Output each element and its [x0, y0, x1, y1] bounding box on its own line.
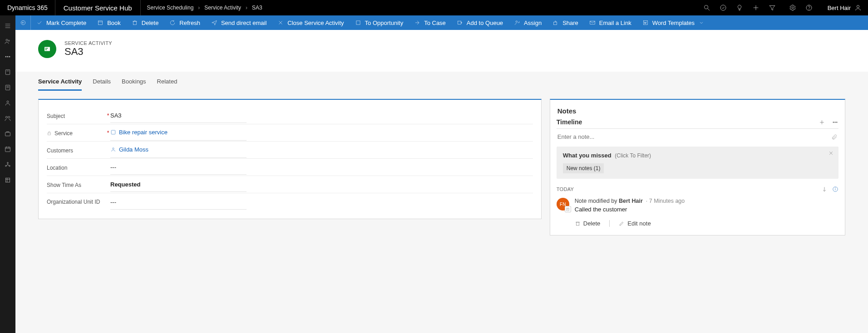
add-to-queue-button[interactable]: Add to Queue — [451, 15, 508, 30]
tabs: Service Activity Details Bookings Relate… — [38, 72, 845, 91]
user-menu[interactable]: Bert Hair — [821, 4, 868, 11]
field-label: Show Time As — [47, 182, 81, 188]
person-icon — [854, 4, 862, 11]
close-service-activity-button[interactable]: Close Service Activity — [272, 15, 349, 30]
timeline-note[interactable]: FN Note modified by Bert Hair · 7 Minute… — [557, 198, 838, 213]
chevron-right-icon: › — [198, 5, 200, 11]
delete-button[interactable]: Delete — [126, 15, 164, 30]
nav-item[interactable] — [0, 34, 15, 49]
svg-rect-52 — [553, 22, 557, 25]
entity-badge-icon — [38, 40, 56, 58]
svg-rect-56 — [45, 48, 48, 49]
filter-icon[interactable] — [764, 4, 780, 11]
avatar: FN — [557, 198, 569, 211]
svg-point-64 — [835, 122, 836, 122]
nav-item[interactable] — [0, 142, 15, 157]
refresh-button[interactable]: Refresh — [164, 15, 206, 30]
note-body: Called the customer — [575, 206, 838, 213]
sort-icon[interactable] — [821, 186, 828, 192]
book-button[interactable]: Book — [92, 15, 126, 30]
topbar-right-icons: Bert Hair — [699, 0, 868, 15]
breadcrumb-item[interactable]: SA3 — [252, 5, 262, 11]
svg-point-17 — [9, 56, 10, 57]
filter-tag[interactable]: New notes (1) — [563, 163, 604, 173]
svg-marker-5 — [769, 5, 775, 10]
svg-point-71 — [835, 188, 836, 188]
plus-icon[interactable] — [748, 4, 764, 11]
svg-point-0 — [704, 5, 708, 9]
info-icon[interactable] — [832, 186, 838, 192]
breadcrumb-item[interactable]: Service Activity — [204, 5, 241, 11]
service-field[interactable]: Bike repair service — [110, 125, 247, 141]
svg-rect-55 — [44, 47, 50, 51]
svg-point-31 — [7, 162, 9, 164]
showtimeas-field[interactable]: Requested — [110, 177, 247, 192]
help-icon[interactable] — [801, 4, 817, 11]
enter-note-input[interactable] — [557, 133, 832, 140]
more-icon[interactable] — [0, 49, 15, 64]
nav-item[interactable] — [0, 172, 15, 188]
svg-point-2 — [720, 5, 726, 10]
to-case-button[interactable]: To Case — [409, 15, 451, 30]
missed-subtitle[interactable]: (Click To Filter) — [615, 152, 651, 159]
note-time: 7 Minutes ago — [649, 198, 685, 204]
svg-rect-48 — [458, 21, 461, 24]
svg-point-24 — [5, 116, 7, 118]
hamburger-icon[interactable] — [0, 18, 15, 34]
nav-item[interactable] — [0, 95, 15, 111]
subject-field[interactable]: SA3 — [110, 108, 247, 123]
location-field[interactable]: --- — [110, 160, 247, 175]
tab-service-activity[interactable]: Service Activity — [38, 74, 82, 91]
more-icon[interactable] — [832, 119, 838, 126]
nav-item[interactable] — [0, 64, 15, 80]
missed-title: What you missed — [563, 152, 612, 159]
tab-bookings[interactable]: Bookings — [122, 74, 146, 91]
mark-complete-button[interactable]: Mark Complete — [31, 15, 92, 30]
command-bar: Mark Complete Book Delete Refresh Send d… — [15, 15, 868, 30]
note-edit-button[interactable]: Edit note — [619, 220, 651, 227]
nav-item[interactable] — [0, 126, 15, 142]
field-label: Subject — [47, 113, 65, 119]
svg-rect-58 — [48, 133, 51, 135]
orgunit-field[interactable]: --- — [110, 195, 247, 210]
svg-rect-18 — [5, 70, 10, 75]
svg-rect-26 — [5, 132, 10, 136]
tab-related[interactable]: Related — [157, 74, 178, 91]
lightbulb-icon[interactable] — [731, 4, 748, 11]
assign-button[interactable]: Assign — [508, 15, 547, 30]
back-icon[interactable] — [15, 15, 31, 30]
breadcrumb-item[interactable]: Service Scheduling — [147, 5, 194, 11]
user-name: Bert Hair — [828, 5, 851, 11]
svg-rect-34 — [5, 178, 10, 182]
send-direct-email-button[interactable]: Send direct email — [206, 15, 272, 30]
note-prefix: Note modified by — [575, 198, 619, 204]
nav-item[interactable] — [0, 157, 15, 172]
svg-line-1 — [708, 9, 710, 10]
top-navbar: Dynamics 365 Customer Service Hub Servic… — [0, 0, 868, 15]
required-icon: * — [106, 130, 110, 136]
note-type-icon — [565, 206, 571, 212]
word-templates-button[interactable]: Word Templates — [637, 15, 710, 30]
share-button[interactable]: Share — [547, 15, 584, 30]
task-checklist-icon[interactable] — [715, 4, 731, 11]
note-delete-button[interactable]: Delete — [575, 220, 601, 227]
gear-icon[interactable] — [784, 4, 801, 11]
nav-item[interactable] — [0, 111, 15, 126]
plus-icon[interactable] — [819, 119, 825, 126]
customers-field[interactable]: Gilda Moss — [110, 142, 247, 158]
close-icon[interactable] — [828, 150, 834, 157]
person-icon — [110, 147, 116, 152]
svg-rect-41 — [133, 21, 136, 25]
email-a-link-button[interactable]: Email a Link — [584, 15, 637, 30]
svg-rect-57 — [45, 49, 47, 50]
to-opportunity-button[interactable]: To Opportunity — [350, 15, 409, 30]
field-label: Organizational Unit ID — [47, 199, 100, 206]
attachment-icon[interactable] — [831, 134, 838, 140]
field-label: Service — [54, 130, 73, 137]
tab-details[interactable]: Details — [93, 74, 111, 91]
app-name-label[interactable]: Customer Service Hub — [55, 0, 141, 15]
nav-item[interactable] — [0, 80, 15, 95]
search-icon[interactable] — [699, 4, 715, 11]
brand-label[interactable]: Dynamics 365 — [0, 0, 55, 15]
svg-point-9 — [857, 5, 859, 8]
